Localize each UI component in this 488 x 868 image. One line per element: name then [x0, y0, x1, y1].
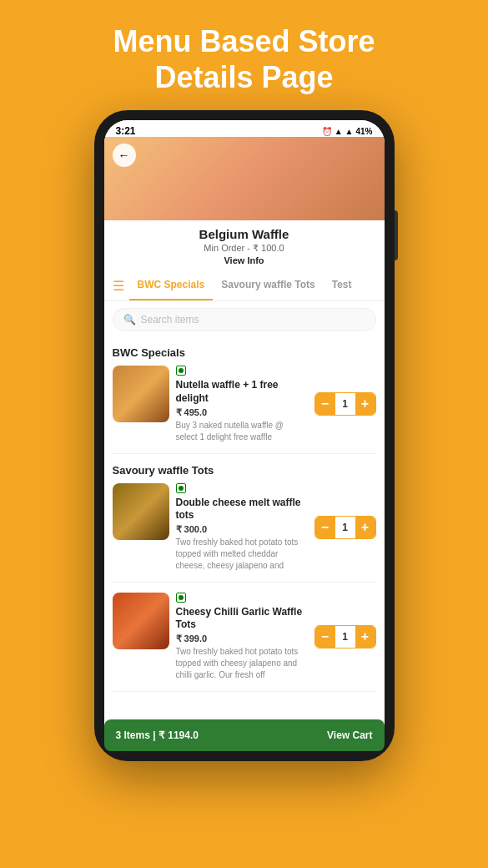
qty-value-cheesy-chilli: 1 — [335, 631, 355, 643]
item-desc-double-cheese: Two freshly baked hot potato tots topped… — [176, 537, 308, 572]
tabs-container: ☰ BWC Specials Savoury waffle Tots Test — [104, 270, 385, 301]
store-info: Belgium Waffle Min Order - ₹ 100.0 View … — [104, 220, 385, 270]
qty-decrease-nutella[interactable]: − — [315, 392, 335, 416]
search-icon: 🔍 — [123, 314, 136, 326]
phone-screen: 3:21 ⏰ ▲ ▲ 41% ← Belgium Waffle Min Orde… — [104, 120, 385, 751]
item-desc-nutella: Buy 3 naked nutella waffle @ select 1 de… — [176, 420, 308, 443]
store-name: Belgium Waffle — [113, 227, 376, 241]
qty-decrease-double-cheese[interactable]: − — [315, 516, 335, 539]
alarm-icon: ⏰ — [322, 127, 332, 136]
header-line2: Details Page — [113, 59, 375, 95]
phone-notch — [211, 110, 278, 120]
qty-decrease-cheesy-chilli[interactable]: − — [315, 625, 335, 648]
battery-text: 41% — [355, 127, 372, 136]
item-image-cheesy-chilli — [113, 593, 169, 649]
signal-icon: ▲ — [345, 127, 354, 136]
item-details-nutella: Nutella waffle + 1 free delight ₹ 495.0 … — [176, 366, 308, 442]
phone-device: 3:21 ⏰ ▲ ▲ 41% ← Belgium Waffle Min Orde… — [94, 110, 395, 761]
item-price-nutella: ₹ 495.0 — [176, 407, 308, 418]
item-image-nutella — [113, 366, 169, 422]
search-bar[interactable]: 🔍 Search items — [113, 308, 376, 331]
qty-value-nutella: 1 — [335, 398, 355, 410]
menu-item-nutella: Nutella waffle + 1 free delight ₹ 495.0 … — [113, 366, 376, 453]
header-line1: Menu Based Store — [113, 23, 375, 59]
tab-bwc-specials[interactable]: BWC Specials — [129, 270, 214, 300]
store-view-info[interactable]: View Info — [113, 255, 376, 265]
page-header: Menu Based Store Details Page — [79, 0, 408, 110]
item-price-cheesy-chilli: ₹ 399.0 — [176, 633, 308, 644]
back-button[interactable]: ← — [113, 144, 136, 167]
search-placeholder: Search items — [141, 314, 199, 326]
wifi-icon: ▲ — [335, 127, 343, 136]
item-details-double-cheese: Double cheese melt waffle tots ₹ 300.0 T… — [176, 483, 308, 572]
content-scroll: BWC Specials Nutella waffle + 1 free del… — [104, 338, 385, 751]
item-image-double-cheese — [113, 483, 169, 540]
item-name-double-cheese: Double cheese melt waffle tots — [176, 497, 308, 522]
qty-control-cheesy-chilli[interactable]: − 1 + — [314, 625, 376, 648]
tab-savoury-waffle[interactable]: Savoury waffle Tots — [213, 270, 323, 300]
qty-control-nutella[interactable]: − 1 + — [314, 392, 376, 416]
item-details-cheesy-chilli: Cheesy Chilli Garlic Waffle Tots ₹ 399.0… — [176, 593, 308, 681]
view-cart-button[interactable]: View Cart — [327, 729, 372, 741]
veg-badge-2 — [176, 483, 186, 493]
section-title-savoury: Savoury waffle Tots — [113, 464, 376, 477]
item-price-double-cheese: ₹ 300.0 — [176, 524, 308, 535]
store-min-order: Min Order - ₹ 100.0 — [113, 243, 376, 254]
store-header-image: ← — [104, 137, 385, 220]
qty-increase-cheesy-chilli[interactable]: + — [355, 625, 375, 648]
item-name-nutella: Nutella waffle + 1 free delight — [176, 379, 308, 405]
section-title-bwc: BWC Specials — [113, 346, 376, 359]
qty-control-double-cheese[interactable]: − 1 + — [314, 516, 376, 539]
status-time: 3:21 — [116, 125, 136, 137]
status-icons: ⏰ ▲ ▲ 41% — [322, 127, 373, 136]
tab-test[interactable]: Test — [324, 270, 360, 300]
phone-side-button — [395, 210, 398, 260]
qty-increase-nutella[interactable]: + — [355, 392, 375, 416]
item-desc-cheesy-chilli: Two freshly baked hot potato tots topped… — [176, 646, 308, 681]
qty-value-double-cheese: 1 — [335, 522, 355, 533]
menu-item-double-cheese: Double cheese melt waffle tots ₹ 300.0 T… — [113, 483, 376, 583]
menu-item-cheesy-chilli: Cheesy Chilli Garlic Waffle Tots ₹ 399.0… — [113, 593, 376, 692]
cart-bar[interactable]: 3 Items | ₹ 1194.0 View Cart — [104, 719, 385, 751]
status-bar: 3:21 ⏰ ▲ ▲ 41% — [104, 120, 385, 137]
veg-badge — [176, 366, 186, 376]
item-name-cheesy-chilli: Cheesy Chilli Garlic Waffle Tots — [176, 606, 308, 632]
back-icon: ← — [118, 149, 130, 162]
cart-info: 3 Items | ₹ 1194.0 — [116, 729, 199, 741]
qty-increase-double-cheese[interactable]: + — [355, 516, 375, 539]
menu-icon[interactable]: ☰ — [113, 278, 124, 294]
veg-badge-3 — [176, 593, 186, 603]
